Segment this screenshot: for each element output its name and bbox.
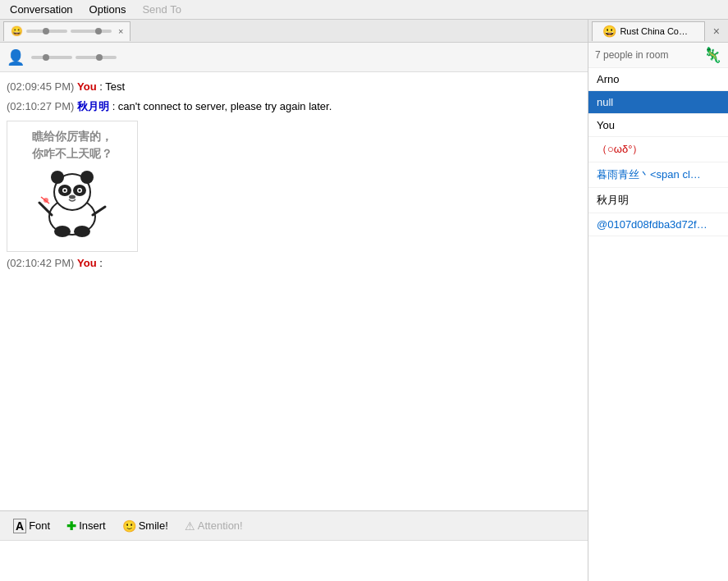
chat-message-1: (02:09:45 PM) You : Test [7, 79, 581, 95]
toolbar-slider-2[interactable] [76, 56, 117, 59]
smile-button[interactable]: 🙂 Smile! [116, 517, 175, 535]
font-button[interactable]: A Font [7, 516, 57, 536]
font-icon: A [13, 519, 26, 533]
msg1-text: : Test [99, 80, 125, 93]
right-tab-icon: 😀 [602, 25, 616, 38]
msg2-time: (02:10:27 PM) [7, 100, 74, 112]
right-chat-tab[interactable]: 😀 Rust China Community [592, 21, 705, 41]
attention-button: ⚠ Attention! [178, 517, 250, 535]
person-null[interactable]: null [588, 91, 728, 114]
room-info: 7 people in room [595, 49, 668, 61]
person-at0107[interactable]: @0107d08fdba3d72f… [588, 213, 728, 236]
right-panel: 😀 Rust China Community × 7 people in roo… [588, 20, 728, 581]
menu-options[interactable]: Options [86, 3, 130, 16]
tab-bar-left: 😀 × [0, 20, 588, 43]
person-name-qiuyuming: 秋月明 [597, 194, 629, 206]
menu-conversation[interactable]: Conversation [7, 3, 76, 16]
sticker-image: 瞧给你厉害的， 你咋不上天呢？ [7, 121, 138, 252]
slider-1[interactable] [26, 30, 67, 33]
person-name-muyuqingsi: 暮雨青丝丶<span cl… [597, 168, 701, 181]
pet-icon: 🦎 [703, 46, 721, 64]
msg3-time: (02:10:42 PM) [7, 257, 74, 269]
right-tab-close-button[interactable]: × [708, 25, 725, 38]
person-name-null: null [597, 96, 613, 108]
tab-bar-right: 😀 Rust China Community × [588, 20, 728, 43]
svg-point-3 [80, 171, 94, 184]
people-list[interactable]: Arno null You （○ωδ°） 暮雨青丝丶<span cl… 秋月明 … [588, 68, 728, 581]
input-area [0, 540, 588, 581]
chat-message-sticker: 瞧给你厉害的， 你咋不上天呢？ [7, 117, 581, 252]
slider-group-1 [26, 30, 112, 33]
svg-point-9 [79, 190, 81, 192]
svg-point-8 [64, 190, 66, 192]
msg2-text: : can't connect to server, please try ag… [112, 100, 332, 112]
tab-avatar-icon: 😀 [11, 25, 23, 37]
svg-point-13 [54, 226, 71, 237]
main-container: 😀 × 👤 [0, 20, 728, 581]
panda-illustration [31, 158, 113, 240]
insert-label: Insert [79, 519, 106, 532]
room-count-label: 7 people in room [595, 49, 668, 61]
person-muyuqingsi[interactable]: 暮雨青丝丶<span cl… [588, 162, 728, 188]
msg3-sender: You [77, 257, 97, 269]
svg-point-10 [69, 195, 76, 199]
insert-icon: ✚ [66, 519, 76, 533]
person-arno[interactable]: Arno [588, 68, 728, 91]
person-name-at0107: @0107d08fdba3d72f… [597, 218, 707, 231]
toolbar-slider-1[interactable] [31, 56, 72, 59]
toolbar-row: 👤 [0, 43, 588, 72]
msg1-time: (02:09:45 PM) [7, 80, 74, 93]
person-owo[interactable]: （○ωδ°） [588, 137, 728, 162]
user-avatar-icon: 👤 [7, 48, 25, 66]
attention-label: Attention! [198, 519, 243, 532]
person-name-you: You [597, 119, 615, 131]
person-name-owo: （○ωδ°） [597, 143, 643, 155]
chat-area[interactable]: (02:09:45 PM) You : Test (02:10:27 PM) 秋… [0, 72, 588, 510]
msg1-sender: You [77, 80, 97, 93]
bottom-toolbar: A Font ✚ Insert 🙂 Smile! ⚠ Attention! [0, 510, 588, 540]
slider-2[interactable] [71, 30, 112, 33]
sticker-text: 瞧给你厉害的， 你咋不上天呢？ [32, 128, 112, 162]
right-tab-title: Rust China Community [620, 26, 694, 36]
toolbar-sliders [31, 56, 117, 59]
chat-message-3: (02:10:42 PM) You : [7, 255, 581, 272]
person-qiuyuming[interactable]: 秋月明 [588, 188, 728, 213]
smile-icon: 🙂 [122, 519, 136, 533]
msg2-sender: 秋月明 [77, 100, 109, 112]
tab-close-button[interactable]: × [118, 26, 123, 36]
left-panel: 😀 × 👤 [0, 20, 588, 581]
font-label: Font [29, 519, 50, 532]
person-you[interactable]: You [588, 114, 728, 137]
smile-label: Smile! [139, 519, 168, 532]
msg3-text: : [99, 257, 103, 269]
svg-line-11 [39, 203, 52, 215]
insert-button[interactable]: ✚ Insert [60, 517, 112, 535]
attention-icon: ⚠ [185, 519, 195, 533]
message-input[interactable] [7, 544, 581, 569]
chat-message-2: (02:10:27 PM) 秋月明 : can't connect to ser… [7, 98, 581, 115]
svg-point-14 [74, 226, 90, 237]
menu-send-to: Send To [139, 3, 184, 16]
svg-point-2 [51, 171, 64, 184]
left-chat-tab[interactable]: 😀 × [3, 21, 130, 41]
person-name-arno: Arno [597, 73, 619, 85]
menu-bar: Conversation Options Send To [0, 0, 728, 20]
